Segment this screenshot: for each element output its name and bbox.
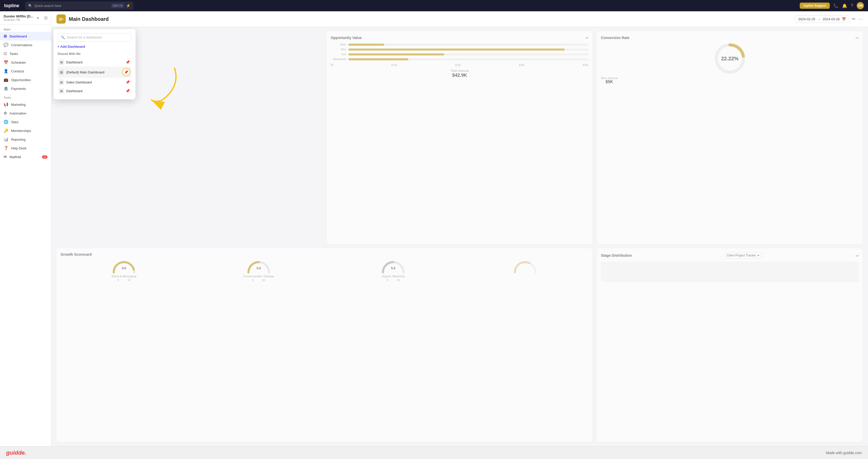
more-icon[interactable]: ⋯ (858, 16, 863, 22)
sidebar-item-conversations[interactable]: 💬 Conversations (0, 40, 51, 49)
sidebar-item-payments[interactable]: 🏦 Payments (0, 84, 51, 93)
chevron-down-icon[interactable]: ▾ (37, 16, 39, 20)
dashboard2-icon: ⊞ (59, 89, 64, 93)
donut-percentage: 22.22% (721, 56, 739, 62)
total-revenue-value: $42.9K (331, 73, 589, 78)
phone-icon[interactable]: 📞 (833, 3, 838, 8)
sidebar-label-payments: Payments (11, 87, 26, 91)
add-dashboard-button[interactable]: + Add Dashboard (58, 45, 131, 49)
sites-icon: 🌐 (4, 120, 8, 124)
reporting-icon: 📊 (4, 137, 8, 142)
dropdown-item-sales[interactable]: ⊞ Sales Dashboard 📌 (58, 78, 131, 87)
conversion-stats: Won revenue $5K (601, 76, 859, 84)
conversations-icon: 💬 (4, 42, 8, 47)
opportunity-value-card: Opportunity Value ⇌ Open Won (327, 31, 593, 244)
filter-icon-stage[interactable]: ⇌ (856, 253, 859, 258)
gauge-label-brand: Brand & Messaging (112, 275, 136, 278)
tools-section-label: Tools (0, 93, 51, 100)
sidebar-item-scheduler[interactable]: 📅 Scheduler (0, 58, 51, 67)
dropdown-item-dashboard1[interactable]: ⊞ Dashboard 📌 (58, 58, 131, 66)
bell-icon[interactable]: 🔔 (842, 3, 847, 8)
donut-container: 22.22% (601, 43, 859, 74)
bar-fill-lost (348, 53, 444, 56)
sidebar-item-tasks[interactable]: ☑ Tasks (0, 49, 51, 58)
sidebar-item-contacts[interactable]: 👤 Contacts (0, 67, 51, 75)
gauge-scale-brand: 0 10 (118, 279, 130, 282)
chevron-down-icon: ▾ (757, 254, 759, 257)
tracker-selector[interactable]: Client Project Tracker ▾ (724, 252, 762, 258)
sidebar-item-sites[interactable]: 🌐 Sites (0, 118, 51, 126)
search-placeholder: Quick search here (34, 4, 62, 8)
sidebar-item-dashboard[interactable]: ⊞ Dashboard (0, 32, 51, 40)
card-header-opportunity: Opportunity Value ⇌ (331, 35, 589, 40)
bar-track-open (348, 43, 589, 46)
sidebar-item-automation[interactable]: ⚙ Automation (0, 109, 51, 118)
axis-40k: $40K (583, 64, 589, 66)
sidebar-item-mailfold[interactable]: ✉ Mailfold 15 (0, 152, 51, 161)
layout-icon[interactable]: ⊟ (44, 16, 48, 20)
sidebar-label-sites: Sites (11, 120, 19, 124)
sidebar-item-opportunities[interactable]: 💼 Opportunities (0, 75, 51, 84)
sidebar-item-reporting[interactable]: 📊 Reporting (0, 135, 51, 144)
sidebar-label-memberships: Memberships (11, 129, 31, 133)
sales-dashboard-icon: ⊞ (59, 80, 64, 85)
dashboard-grid: 🔍 Search for a dashboard + Add Dashboard… (51, 27, 868, 446)
dropdown-item-main[interactable]: ⊞ (Default) Main Dashboard 📌 (58, 66, 131, 78)
pin-icon[interactable]: 📌 (125, 60, 130, 64)
dashboard-icon-button[interactable]: ⊞ ▾ (57, 14, 66, 24)
total-revenue-label: Total revenue (331, 69, 589, 73)
tracker-label: Client Project Tracker (726, 254, 756, 257)
support-button[interactable]: topline Support (800, 3, 830, 9)
donut-chart: 22.22% (715, 43, 745, 74)
gauge-label-comm: Communication Strategy (243, 275, 274, 278)
gauge-communication: 5.0 Communication Strategy 0 10 (243, 259, 274, 282)
sidebar-label-marketing: Marketing (11, 103, 26, 106)
guidde-bar: guidde. Made with guidde.com (0, 446, 868, 459)
bar-track-won (348, 49, 589, 51)
bar-label-abandoned: Abandoned (331, 58, 346, 61)
guidde-made-with: Made with guidde.com (826, 451, 862, 455)
avatar[interactable]: DM (857, 2, 864, 9)
opportunities-icon: 💼 (4, 78, 8, 82)
filter-icon-conv[interactable]: ⇌ (856, 35, 859, 40)
date-range-picker[interactable]: 2024-02-25 → 2024-03-26 📅 (795, 16, 849, 23)
edit-icon[interactable]: ✏ (852, 16, 856, 22)
dropdown-item-dashboard2[interactable]: ⊞ Dashboard 📌 (58, 87, 131, 95)
card-title-opportunity: Opportunity Value (331, 36, 362, 40)
contacts-icon: 👤 (4, 69, 8, 73)
search-icon: 🔍 (28, 4, 32, 8)
pin-active-icon[interactable]: 📌 (122, 68, 130, 76)
bar-row-won: Won (331, 48, 589, 51)
dropdown-item-label2: Dashboard (66, 89, 83, 93)
arrow-icon: → (817, 17, 821, 21)
card-title-conversion: Conversion Rate (601, 36, 629, 40)
filter-icon[interactable]: ⇌ (585, 35, 589, 40)
mailfold-badge: 15 (42, 155, 48, 159)
dashboard-item-icon: ⊞ (59, 60, 64, 64)
pin-icon-2[interactable]: 📌 (125, 89, 130, 93)
sidebar-label-opportunities: Opportunities (11, 78, 31, 82)
workspace-name: Dunder Mifflin [D... (4, 14, 33, 18)
main-dashboard-icon: ⊞ (59, 70, 64, 74)
mailfold-icon: ✉ (4, 155, 7, 159)
sidebar-item-marketing[interactable]: 📢 Marketing (0, 100, 51, 109)
pin-icon-sales[interactable]: 📌 (125, 80, 130, 84)
card-header-growth: Growth Scorecard (61, 252, 589, 256)
bar-fill-open (348, 43, 384, 46)
global-search[interactable]: 🔍 Quick search here Ctrl + K ⚡ (25, 2, 133, 9)
dropdown-item-label-main: (Default) Main Dashboard (66, 70, 104, 74)
sidebar-item-helpdesk[interactable]: ❓ Help Desk (0, 144, 51, 152)
gauge-svg-extra1 (512, 259, 538, 274)
growth-scorecard-card: Growth Scorecard 9.0 Brand & Messaging 0… (57, 248, 593, 442)
payments-icon: 🏦 (4, 86, 8, 91)
marketing-icon: 📢 (4, 102, 8, 107)
help-icon[interactable]: ? (851, 3, 853, 8)
bar-track-lost (348, 53, 589, 56)
bar-chart: Open Won Lost (331, 43, 589, 61)
workspace-sub: Scranton, PA (4, 18, 33, 21)
sidebar-item-memberships[interactable]: 🔑 Memberships (0, 126, 51, 135)
won-revenue-label: Won revenue (601, 76, 618, 80)
gauge-svg-comm: 5.0 (246, 259, 272, 274)
dashboard-search[interactable]: 🔍 Search for a dashboard (58, 33, 131, 41)
axis-labels: $0 $10K $20K $30K $40K (331, 64, 589, 66)
